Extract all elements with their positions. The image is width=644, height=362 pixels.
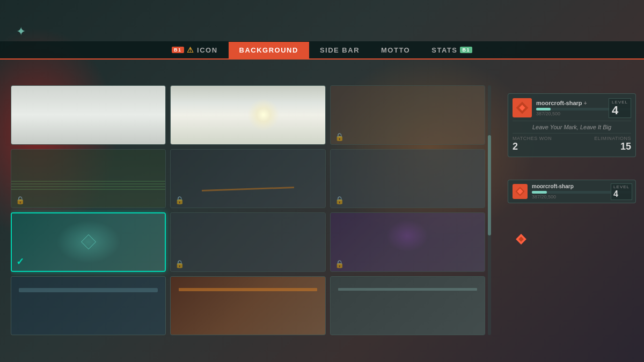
- bg-card-8-inner: [171, 213, 325, 271]
- bg-card-4[interactable]: 🔒: [11, 149, 166, 209]
- card-10-lines: [19, 288, 158, 292]
- green-lines: [11, 179, 165, 190]
- tab-sidebar-label: SIDE BAR: [320, 46, 360, 54]
- bg-card-2[interactable]: [170, 85, 325, 145]
- lock-icon-6: 🔒: [335, 196, 344, 204]
- tabs-bar: B1 ⚠ ICON BACKGROUND SIDE BAR MOTTO STAT…: [0, 41, 644, 60]
- preview-motto: Leave Your Mark, Leave It Big: [513, 121, 631, 134]
- lock-icon-3: 🔒: [335, 132, 344, 141]
- collapsed-xp-fill: [532, 191, 547, 194]
- tab-motto-label: MOTTO: [381, 46, 410, 54]
- lock-icon-4: 🔒: [16, 196, 25, 204]
- username-plus: +: [584, 100, 587, 106]
- collapsed-avatar-diamond-icon: [516, 187, 525, 196]
- grid-scrollbar[interactable]: [488, 85, 491, 335]
- collapsed-level-num: 4: [613, 189, 630, 199]
- orange-slash: [202, 187, 294, 191]
- xp-bar-fill: [536, 108, 551, 110]
- bg-card-12[interactable]: [330, 276, 485, 336]
- bg-card-7-selected[interactable]: ✓: [11, 212, 166, 272]
- tab-stats-label: STATS: [431, 46, 457, 54]
- collapsed-level-badge: LEVEL 4: [611, 183, 632, 200]
- preview-stats: MATCHES WON 2 ELIMINATIONS 15: [513, 136, 631, 152]
- bg-card-10-inner: [11, 277, 165, 335]
- tab-background[interactable]: BACKGROUND: [229, 42, 309, 58]
- starburst: [247, 99, 280, 131]
- icon-diamond-inner: [518, 237, 524, 242]
- title-icon: ✦: [16, 25, 26, 39]
- stat-eliminations: ELIMINATIONS 15: [594, 136, 631, 152]
- stat-matches: MATCHES WON 2: [513, 136, 552, 152]
- bg-card-1[interactable]: [11, 85, 166, 145]
- bg-card-5[interactable]: 🔒: [170, 149, 325, 209]
- elim-value: 15: [594, 141, 631, 152]
- orange-accent: [179, 288, 318, 291]
- matches-label: MATCHES WON: [513, 136, 552, 141]
- bg-card-12-inner: [331, 277, 485, 335]
- tab-icon[interactable]: B1 ⚠ ICON: [161, 41, 229, 58]
- bg-card-3-inner: [331, 86, 485, 144]
- lock-icon-8: 🔒: [175, 260, 184, 268]
- bg-card-6-inner: [331, 150, 485, 208]
- purple-glow: [386, 220, 429, 252]
- level-number: 4: [612, 105, 628, 116]
- preview-level-badge: LEVEL 4: [609, 98, 631, 118]
- bg-card-5-inner: [171, 150, 325, 208]
- bg-card-7-inner: [12, 213, 165, 271]
- preview-card-collapsed: moorcroft-sharp 387/20,500 LEVEL 4: [508, 180, 636, 203]
- bg-card-2-inner: [171, 86, 325, 144]
- tab-sidebar[interactable]: SIDE BAR: [309, 42, 370, 58]
- bg-card-9[interactable]: 🔒: [330, 212, 485, 272]
- preview-avatar: [513, 98, 532, 117]
- lock-icon-9: 🔒: [335, 260, 344, 268]
- check-icon-selected: ✓: [16, 256, 24, 268]
- left-panel: ⟫ BACKGROUND 🔒: [0, 60, 499, 343]
- lock-icon-5: 🔒: [175, 196, 184, 204]
- grid-scrollbar-thumb: [488, 135, 491, 235]
- collapsed-avatar: [513, 184, 528, 199]
- tab-stats[interactable]: STATS B1: [421, 42, 483, 58]
- tab-icon-label: ICON: [197, 46, 218, 54]
- elim-label: ELIMINATIONS: [594, 136, 631, 141]
- bg-card-9-inner: [331, 213, 485, 271]
- bg-card-11-inner: [171, 277, 325, 335]
- collapsed-level-label: LEVEL: [613, 184, 630, 189]
- bg-card-3[interactable]: 🔒: [330, 85, 485, 145]
- card-12-line: [338, 288, 477, 291]
- bg-card-11[interactable]: [170, 276, 325, 336]
- main-container: + + + + + + + + ✦ CUSTOMISE CARD B1 ⚠ IC…: [0, 0, 644, 362]
- tab-icon-warning: ⚠: [187, 46, 195, 54]
- bg-card-1-inner: [11, 86, 165, 144]
- bg-card-10[interactable]: [11, 276, 166, 336]
- avatar-diamond-icon: [516, 102, 529, 114]
- matches-value: 2: [513, 141, 552, 152]
- tab-stats-badge: B1: [460, 47, 472, 53]
- bg-card-6[interactable]: 🔒: [330, 149, 485, 209]
- username-text: moorcroft-sharp: [536, 100, 582, 106]
- bg-card-4-inner: [11, 150, 165, 208]
- preview-card-header: moorcroft-sharp + 387/20,500 LEVEL 4: [513, 98, 631, 117]
- preview-card-full: moorcroft-sharp + 387/20,500 LEVEL 4: [508, 93, 636, 157]
- bg-card-8[interactable]: 🔒: [170, 212, 325, 272]
- tab-motto[interactable]: MOTTO: [370, 42, 421, 58]
- tab-icon-badge: B1: [172, 47, 184, 53]
- tab-background-label: BACKGROUND: [239, 46, 298, 54]
